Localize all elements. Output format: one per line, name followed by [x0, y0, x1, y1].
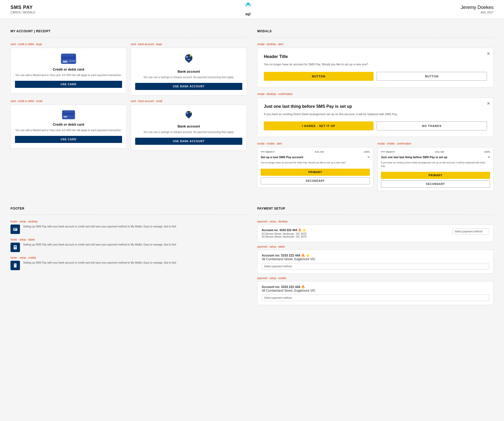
svg-point-11	[186, 56, 188, 58]
mobile-alert-desc: You no longer have an account for SMS Pa…	[261, 161, 370, 164]
credit-card-small-title: Credit or debit card	[15, 122, 122, 126]
payment-mobile-label: payment - setup - mobile	[257, 277, 494, 280]
mobile-modals-grid: modal - mobile - alert ••••• Sketch ▾ 9:…	[257, 142, 494, 191]
payment-desktop-label: payment - setup - desktop	[257, 220, 494, 223]
desktop-alert-modal: ✕ Header Title You no longer have an acc…	[257, 48, 494, 87]
mobile-confirmation-secondary-button[interactable]: SECONDARY	[381, 180, 490, 188]
credit-card-small-desc: You can add a Mastercard or Visa card. A…	[15, 129, 122, 132]
desktop-alert-btn1[interactable]: BUTTON	[264, 72, 374, 81]
use-bank-account-large-button[interactable]: USE BANK ACCOUNT	[135, 83, 242, 90]
footer-section-title: FOOTER	[10, 207, 247, 210]
bank-card-large-label: card - bank account - large	[131, 43, 247, 46]
credit-card-large-box: Credit or debit card You can add a Maste…	[10, 48, 127, 93]
top-bar-logo: agl	[244, 3, 252, 16]
payment-desktop-account: Account no: 3333 222 444 🔥 ⭐	[262, 228, 307, 232]
use-bank-account-small-button[interactable]: USE BANK ACCOUNT	[135, 138, 242, 145]
desktop-confirmation-btn1[interactable]: I AGREE - SET IT UP	[264, 121, 374, 130]
my-account-section-title: MY ACCOUNT | RECEIPT	[10, 29, 247, 33]
mobile-confirmation-close-button[interactable]: ✕	[487, 155, 490, 159]
use-card-small-button[interactable]: USE CARD	[15, 136, 122, 143]
payment-mobile-item: Account no: 3333 222 444 🔥 38 Cumberland…	[257, 281, 494, 305]
top-bar-right: Jeremy Doekes AGL 2017	[461, 5, 494, 14]
payment-tablet-address: 38 Cumberland Street, Eaglemont VIC	[262, 257, 489, 261]
svg-point-18	[190, 112, 191, 113]
svg-rect-19	[13, 228, 17, 231]
mobile-confirmation-title: Just one last last thing before SMS Pay …	[381, 155, 447, 159]
payment-desktop-address2: 54 Dennis Street, Northcote, VIC 3070	[262, 235, 307, 238]
bank-card-small-desc: You can use a savings or cheque account.…	[135, 130, 242, 134]
desktop-confirmation-buttons: I AGREE - SET IT UP NO THANKS	[264, 121, 487, 130]
mobile-alert-battery: 100%	[364, 151, 370, 153]
app-title: SMS PAY	[10, 5, 35, 10]
bank-card-large-wrapper: card - bank account - large Bank acc	[131, 43, 247, 95]
svg-rect-8	[69, 61, 72, 62]
svg-rect-9	[72, 61, 75, 62]
agl-logo-text: agl	[245, 12, 250, 16]
modals-section: modal - desktop - alert ✕ Header Title Y…	[257, 43, 494, 191]
svg-rect-15	[64, 116, 67, 118]
svg-rect-20	[14, 228, 17, 229]
svg-point-12	[190, 55, 191, 57]
credit-card-small-icon	[15, 110, 122, 119]
credit-card-large-label: card - credit or debit - large	[10, 43, 127, 46]
year-label: AGL 2017	[461, 11, 494, 14]
desktop-confirmation-close-button[interactable]: ✕	[487, 101, 490, 106]
bank-card-small-title: Bank account	[135, 124, 242, 128]
footer-desktop-text: Setting up SMS Pay with your bank accoun…	[23, 225, 177, 228]
mobile-confirmation-frame: ••••• Sketch ▾ 9:41 AM 100% Just one las…	[377, 147, 494, 191]
credit-card-large-desc: You can add a Mastercard or Visa card. A…	[15, 73, 122, 77]
agl-logo: agl	[244, 3, 252, 16]
svg-rect-21	[14, 230, 15, 230]
mobile-alert-label: modal - mobile - alert	[257, 142, 373, 145]
mobile-alert-title: Set up a new SMS Pay account	[261, 155, 303, 159]
mobile-confirmation-battery: 100%	[484, 151, 490, 153]
top-section-layout: card - credit or debit - large Credi	[10, 43, 494, 191]
mobile-alert-time: 9:41 AM	[315, 151, 324, 153]
payment-mobile-address: 38 Cumberland Street, Eaglemont VIC	[262, 289, 489, 292]
mobile-alert-close-button[interactable]: ✕	[367, 155, 370, 159]
bank-account-small-icon	[135, 110, 242, 121]
bank-card-large-desc: You can use a savings or cheque account.…	[135, 76, 242, 79]
payment-tablet-select[interactable]: Select payment method	[262, 263, 489, 270]
desktop-alert-close-button[interactable]: ✕	[487, 51, 490, 56]
desktop-confirmation-label: modal - desktop - confirmation	[257, 93, 494, 95]
payment-tablet-label: payment - setup - tablet	[257, 245, 494, 248]
use-card-large-button[interactable]: USE CARD	[15, 81, 122, 88]
top-bar-left: SMS PAY CARDS / MODALS	[10, 5, 35, 14]
mobile-alert-primary-button[interactable]: PRIMARY	[261, 169, 370, 176]
payment-setup-section: PAYMENT SETUP payment - setup - desktop …	[257, 201, 494, 308]
mobile-alert-signal: ••••• Sketch ▾	[261, 151, 275, 153]
payment-tablet-item: Account no: 3333 222 444 🔥 ⭐ 38 Cumberla…	[257, 250, 494, 274]
payment-mobile-select[interactable]: Select payment method	[262, 295, 489, 301]
svg-point-28	[15, 267, 15, 267]
svg-rect-27	[14, 264, 16, 264]
footer-tablet-text: Setting up SMS Pay with your bank accoun…	[23, 243, 177, 247]
mobile-confirmation-time: 9:41 AM	[435, 151, 444, 153]
mobile-confirmation-primary-button[interactable]: PRIMARY	[381, 172, 490, 179]
app-subtitle: CARDS / MODALS	[10, 11, 35, 14]
payment-desktop-select-row: Select payment method	[452, 228, 489, 235]
footer-tablet-icon	[10, 243, 20, 252]
credit-card-small-label: card - credit or debit - small	[10, 100, 127, 103]
footer-desktop-item: Setting up SMS Pay with your bank accoun…	[10, 225, 247, 234]
desktop-alert-buttons: BUTTON BUTTON	[264, 72, 487, 81]
footer-tablet-label: footer - setup - tablet	[10, 238, 247, 241]
bank-card-large-box: Bank account You can use a savings or ch…	[131, 48, 247, 95]
footer-mobile-icon	[10, 261, 20, 270]
credit-card-large-wrapper: card - credit or debit - large Credi	[10, 43, 127, 95]
bank-account-icon	[135, 53, 242, 66]
svg-point-17	[186, 112, 188, 114]
payment-desktop-select[interactable]: Select payment method	[452, 228, 489, 235]
payment-mobile-account: Account no: 3333 222 444 🔥	[262, 285, 489, 289]
desktop-confirmation-modal: ✕ Just one last thing before SMS Pay is …	[257, 98, 494, 137]
top-bar: SMS PAY CARDS / MODALS agl Jeremy Doekes	[0, 0, 504, 19]
desktop-confirmation-btn2[interactable]: NO THANKS	[377, 121, 487, 130]
mobile-confirmation-signal: ••••• Sketch ▾	[381, 151, 395, 153]
credit-card-icon	[15, 53, 122, 64]
svg-point-25	[15, 248, 15, 249]
footer-tablet-item: Setting up SMS Pay with your bank accoun…	[10, 243, 247, 252]
bank-card-small-box: Bank account You can use a savings or ch…	[131, 105, 247, 150]
payment-desktop-row: Account no: 3333 222 444 🔥 ⭐ 53 Dennis S…	[262, 228, 489, 238]
mobile-alert-secondary-button[interactable]: SECONDARY	[261, 177, 370, 184]
desktop-alert-btn2[interactable]: BUTTON	[377, 72, 487, 81]
